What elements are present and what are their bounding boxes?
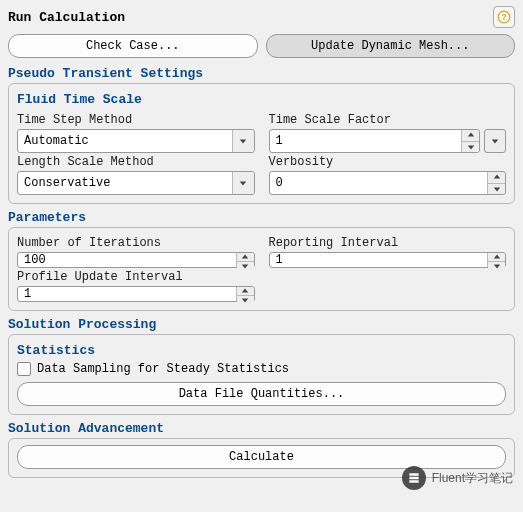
profile-update-interval-input[interactable]: 1 (17, 286, 255, 302)
num-iterations-input[interactable]: 100 (17, 252, 255, 268)
spinner-up-icon[interactable] (237, 253, 254, 262)
check-case-button[interactable]: Check Case... (8, 34, 258, 58)
length-scale-method-label: Length Scale Method (17, 155, 255, 169)
svg-marker-8 (493, 187, 499, 191)
data-file-quantities-button[interactable]: Data File Quantities... (17, 382, 506, 406)
spinner-control[interactable] (487, 172, 505, 194)
pseudo-transient-panel: Fluid Time Scale Time Step Method Automa… (8, 83, 515, 204)
num-iterations-label: Number of Iterations (17, 236, 255, 250)
help-button[interactable]: ? (493, 6, 515, 28)
spinner-control[interactable] (487, 253, 505, 267)
parameters-label: Parameters (8, 210, 515, 225)
profile-update-interval-value: 1 (24, 287, 31, 301)
solution-processing-label: Solution Processing (8, 317, 515, 332)
reporting-interval-input[interactable]: 1 (269, 252, 507, 268)
verbosity-input[interactable]: 0 (269, 171, 507, 195)
page-title: Run Calculation (8, 10, 125, 25)
time-scale-factor-value: 1 (276, 134, 283, 148)
fluid-time-scale-label: Fluid Time Scale (17, 92, 506, 107)
svg-marker-10 (242, 264, 248, 268)
time-step-method-dropdown[interactable]: Automatic (17, 129, 255, 153)
spinner-up-icon[interactable] (488, 253, 505, 262)
svg-marker-4 (467, 145, 473, 149)
spinner-control[interactable] (236, 253, 254, 267)
spinner-down-icon[interactable] (237, 262, 254, 270)
data-sampling-label: Data Sampling for Steady Statistics (37, 362, 289, 376)
profile-update-interval-label: Profile Update Interval (17, 270, 255, 284)
time-step-method-value: Automatic (24, 134, 89, 148)
svg-marker-14 (242, 298, 248, 302)
time-scale-factor-input[interactable]: 1 (269, 129, 481, 153)
calculate-button[interactable]: Calculate (17, 445, 506, 469)
spinner-down-icon[interactable] (488, 262, 505, 270)
svg-marker-11 (493, 255, 499, 259)
svg-text:?: ? (502, 13, 507, 22)
data-sampling-checkbox[interactable] (17, 362, 31, 376)
statistics-label: Statistics (17, 343, 506, 358)
reporting-interval-label: Reporting Interval (269, 236, 507, 250)
pseudo-transient-label: Pseudo Transient Settings (8, 66, 515, 81)
solution-advancement-panel: Calculate (8, 438, 515, 478)
num-iterations-value: 100 (24, 253, 46, 267)
reporting-interval-value: 1 (276, 253, 283, 267)
spinner-control[interactable] (236, 287, 254, 301)
update-dynamic-mesh-button[interactable]: Update Dynamic Mesh... (266, 34, 516, 58)
svg-marker-3 (467, 133, 473, 137)
spinner-up-icon[interactable] (237, 287, 254, 296)
spinner-down-icon[interactable] (488, 184, 505, 195)
verbosity-label: Verbosity (269, 155, 507, 169)
chevron-down-icon (232, 172, 254, 194)
svg-marker-12 (493, 264, 499, 268)
verbosity-value: 0 (276, 176, 283, 190)
spinner-down-icon[interactable] (237, 296, 254, 304)
time-scale-factor-label: Time Scale Factor (269, 113, 507, 127)
solution-processing-panel: Statistics Data Sampling for Steady Stat… (8, 334, 515, 415)
svg-marker-9 (242, 255, 248, 259)
svg-marker-6 (240, 181, 246, 185)
spinner-up-icon[interactable] (462, 130, 479, 142)
solution-advancement-label: Solution Advancement (8, 421, 515, 436)
time-scale-factor-dropdown[interactable] (484, 129, 506, 153)
svg-marker-2 (240, 139, 246, 143)
spinner-down-icon[interactable] (462, 142, 479, 153)
length-scale-method-dropdown[interactable]: Conservative (17, 171, 255, 195)
spinner-up-icon[interactable] (488, 172, 505, 184)
svg-marker-7 (493, 175, 499, 179)
svg-marker-13 (242, 289, 248, 293)
svg-marker-5 (492, 139, 498, 143)
time-step-method-label: Time Step Method (17, 113, 255, 127)
length-scale-method-value: Conservative (24, 176, 110, 190)
spinner-control[interactable] (461, 130, 479, 152)
help-icon: ? (497, 10, 511, 24)
parameters-panel: Number of Iterations 100 Reporting Inter… (8, 227, 515, 311)
chevron-down-icon (232, 130, 254, 152)
